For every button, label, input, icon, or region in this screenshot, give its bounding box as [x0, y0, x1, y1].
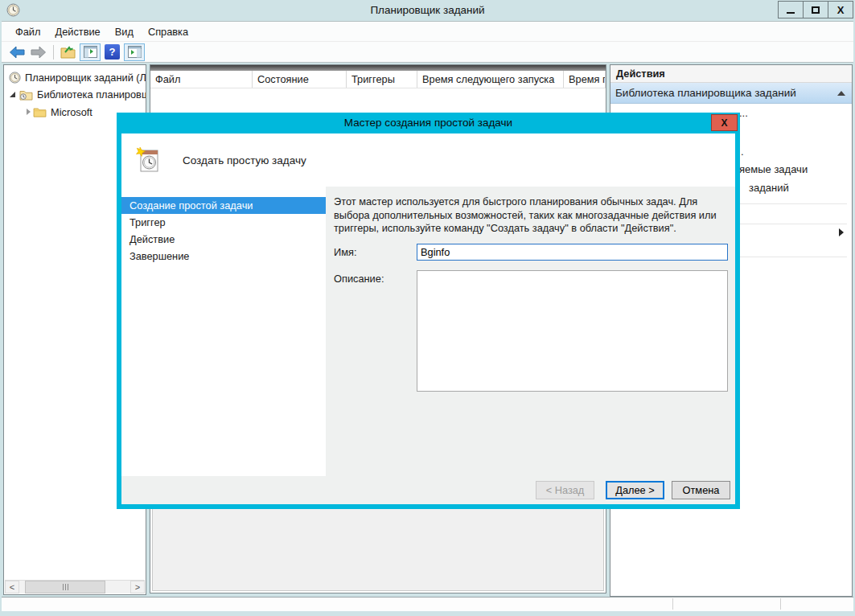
actions-panel-title: Действия — [610, 65, 852, 83]
wizard-step-finish[interactable]: Завершение — [121, 248, 326, 265]
dialog-heading: Создать простую задачу — [183, 154, 306, 166]
tree-item-task-scheduler-root[interactable]: Планировщик заданий (Лок — [4, 69, 146, 85]
description-label: Описание: — [334, 270, 417, 392]
wizard-task-icon — [134, 146, 162, 174]
task-description-textarea[interactable] — [417, 270, 728, 392]
scrollbar-track[interactable] — [105, 581, 130, 593]
action-item-fragment[interactable]: . — [741, 146, 744, 158]
wizard-step-create-simple-task[interactable]: Создание простой задачи — [121, 197, 326, 214]
dialog-title[interactable]: Мастер создания простой задачи — [117, 113, 740, 133]
back-button[interactable] — [7, 43, 27, 61]
action-pane-panel-icon — [128, 46, 142, 58]
menu-bar: Файл Действие Вид Справка — [2, 22, 853, 42]
help-icon: ? — [105, 44, 120, 60]
expander-collapsed-icon[interactable] — [23, 109, 27, 115]
create-simple-task-wizard-dialog: Мастер создания простой задачи X Создать… — [117, 113, 740, 509]
minimize-icon — [787, 12, 795, 14]
clock-icon — [9, 72, 21, 84]
close-icon: X — [837, 4, 845, 16]
toolbar: ? — [2, 42, 853, 63]
back-arrow-icon — [9, 46, 25, 59]
column-header-next-run[interactable]: Время следующего запуска — [417, 71, 564, 88]
maximize-icon — [812, 6, 820, 14]
expander-expanded-icon[interactable] — [10, 92, 15, 97]
next-wizard-button[interactable]: Далее > — [606, 481, 664, 499]
dialog-close-icon: X — [721, 117, 727, 129]
action-item-fragment[interactable]: ... — [739, 107, 748, 119]
folder-icon — [33, 106, 47, 117]
collapse-chevron-icon[interactable] — [837, 91, 845, 96]
show-action-pane-button[interactable] — [124, 43, 145, 61]
action-item-fragment[interactable]: заданий — [749, 182, 789, 194]
help-button[interactable]: ? — [103, 43, 121, 61]
dialog-main: Создание простой задачи Триггер Действие… — [121, 187, 735, 476]
tree-horizontal-scrollbar[interactable]: < > — [5, 580, 145, 593]
cancel-wizard-button[interactable]: Отмена — [672, 481, 730, 499]
status-bar — [2, 597, 853, 611]
list-lower-pane — [152, 508, 604, 591]
dialog-button-bar: < Назад Далее > Отмена — [121, 476, 735, 504]
tree-item-label: Библиотека планировщ — [37, 88, 146, 101]
menu-view[interactable]: Вид — [115, 26, 134, 38]
close-button[interactable]: X — [828, 1, 853, 18]
console-tree-panel-icon — [84, 46, 97, 58]
list-top-strip — [150, 65, 606, 71]
task-name-input[interactable] — [417, 244, 728, 261]
actions-group-label: Библиотека планировщика заданий — [615, 87, 796, 99]
menu-file[interactable]: Файл — [15, 26, 40, 38]
export-list-button[interactable] — [59, 43, 77, 61]
actions-group-library[interactable]: Библиотека планировщика заданий — [610, 83, 852, 104]
dialog-close-button[interactable]: X — [711, 114, 738, 131]
wizard-step-trigger[interactable]: Триггер — [121, 214, 326, 231]
window-title: Планировщик заданий — [0, 0, 855, 21]
tree-item-label: Планировщик заданий (Лок — [25, 72, 146, 84]
wizard-steps-list: Создание простой задачи Триггер Действие… — [121, 187, 326, 476]
tree-item-library[interactable]: Библиотека планировщ — [4, 86, 146, 102]
menu-help[interactable]: Справка — [148, 26, 188, 38]
name-field-row: Имя: — [334, 244, 728, 261]
column-header-state[interactable]: Состояние — [253, 71, 347, 88]
window-controls: X — [779, 1, 853, 18]
dialog-body: Создать простую задачу Создание простой … — [117, 133, 740, 509]
library-folder-clock-icon — [19, 88, 33, 101]
window-chrome: Файл Действие Вид Справка — [2, 21, 853, 63]
folder-arrow-icon — [60, 45, 76, 59]
back-wizard-button[interactable]: < Назад — [536, 481, 594, 499]
name-label: Имя: — [334, 244, 417, 261]
submenu-arrow-icon[interactable] — [839, 228, 844, 236]
column-header-last-run[interactable]: Время прошлого запуска — [564, 71, 606, 88]
maximize-button[interactable] — [803, 1, 828, 18]
show-console-tree-button[interactable] — [80, 43, 101, 61]
action-item-fragment[interactable]: яемые задачи — [739, 163, 808, 175]
scrollbar-thumb[interactable] — [25, 581, 105, 593]
column-header-triggers[interactable]: Триггеры — [347, 71, 417, 88]
description-field-row: Описание: — [334, 270, 728, 392]
toolbar-separator — [53, 45, 54, 60]
scroll-right-button[interactable]: > — [130, 581, 145, 593]
statusbar-divider — [672, 598, 673, 610]
minimize-button[interactable] — [778, 1, 804, 18]
statusbar-divider — [780, 598, 781, 610]
wizard-step-action[interactable]: Действие — [121, 231, 326, 248]
list-column-headers: Файл Состояние Триггеры Время следующего… — [150, 71, 606, 88]
forward-arrow-icon — [31, 46, 47, 59]
column-header-file[interactable]: Файл — [150, 71, 253, 88]
scroll-left-button[interactable]: < — [5, 581, 19, 593]
forward-button[interactable] — [29, 43, 48, 61]
dialog-header: Создать простую задачу — [121, 133, 735, 187]
tree-item-label: Microsoft — [51, 106, 92, 118]
window-titlebar: Планировщик заданий X — [0, 0, 855, 21]
wizard-content: Этот мастер используется для быстрого пл… — [326, 187, 735, 476]
menu-action[interactable]: Действие — [55, 26, 100, 38]
wizard-intro-text: Этот мастер используется для быстрого пл… — [334, 195, 728, 236]
